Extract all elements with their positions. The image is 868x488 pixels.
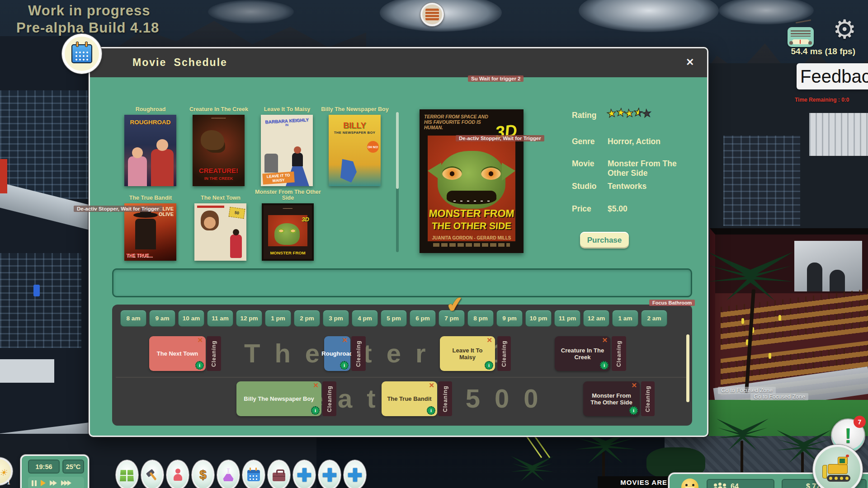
poster-title-line2: THE OTHER SIDE	[420, 221, 524, 231]
hour-button[interactable]: 2 am	[641, 310, 667, 327]
movie-label: Movie	[572, 159, 594, 169]
toolbar-staff-button[interactable]	[166, 460, 189, 488]
schedule-block[interactable]: Monster From The Other Side	[583, 381, 640, 416]
hour-button[interactable]: 4 pm	[352, 310, 378, 327]
poster-monster-face	[274, 223, 300, 245]
info-icon[interactable]	[427, 406, 435, 415]
building-windows	[0, 253, 81, 348]
info-icon[interactable]	[600, 361, 609, 370]
radio-knob	[808, 41, 812, 45]
info-icon[interactable]	[311, 406, 320, 415]
toolbar-zones-button[interactable]	[116, 460, 138, 488]
toolbar-add-button[interactable]	[293, 460, 316, 488]
trigger-status-label: De-activ Stopper, Wait for Trigger	[456, 135, 544, 141]
schedule-calendar-badge	[62, 34, 102, 74]
schedule-block[interactable]: Roughroad	[324, 336, 350, 371]
cleaning-slot: Cleaning	[497, 336, 511, 371]
toolbar-management-button[interactable]	[268, 460, 290, 488]
hour-button[interactable]: 9 pm	[496, 310, 523, 327]
poster-figure	[264, 154, 278, 173]
timeline-scrollbar[interactable]	[686, 334, 689, 402]
schedule-block[interactable]: Leave It To Maisy	[440, 336, 495, 371]
poster-art-subtitle: THE TRUE...	[126, 253, 152, 258]
guest-count-value: 64	[731, 483, 739, 488]
poster-burst-badge: OH NO!	[367, 141, 379, 153]
info-icon[interactable]	[195, 361, 204, 370]
poster-thumb-bandit[interactable]: CLIVEOLIVE THE TRUE...	[124, 203, 176, 261]
poster-figure	[339, 159, 357, 183]
monster-face	[438, 151, 505, 209]
poster-thumb-creature[interactable]: ▪▪▪▪▪▪▪▪▪▪▪▪▪▪▪▪▪▪ CREATURE! IN THE CREE…	[193, 115, 245, 186]
hour-button[interactable]: 2 pm	[294, 310, 320, 327]
hour-button[interactable]: 12 am	[583, 310, 609, 327]
hour-button[interactable]: 8 am	[120, 310, 146, 327]
poster-coupon: 50	[229, 207, 245, 219]
feedback-button[interactable]: Feedback	[797, 63, 868, 89]
remove-icon[interactable]	[486, 337, 492, 343]
focus-bathroom-label: Focus Bathroom	[649, 300, 695, 306]
poster-list-scrollbar[interactable]	[396, 112, 399, 252]
remove-icon[interactable]	[631, 382, 637, 389]
hour-button[interactable]: 1 am	[612, 310, 638, 327]
day-number: 1	[7, 480, 10, 485]
poster-thumb-maisy[interactable]: BARBARA KEIGHLY IN LEAVE IT TO MAISY	[261, 115, 313, 186]
selected-hour-checkmark: ✔	[444, 291, 465, 318]
plus-icon	[323, 468, 336, 482]
hour-button[interactable]: 8 pm	[467, 310, 494, 327]
info-icon[interactable]	[629, 406, 638, 415]
toolbar-schedule-button[interactable]	[242, 460, 265, 488]
fps-counter: 54.4 ms (18 fps)	[791, 47, 855, 56]
remove-icon[interactable]	[197, 337, 203, 343]
radio-button[interactable]	[788, 27, 814, 47]
schedule-block-label: Leave It To Maisy	[445, 347, 490, 361]
info-icon[interactable]	[485, 361, 493, 370]
rating-stars: ★★★★★	[607, 107, 651, 120]
cleaning-slot: Cleaning	[207, 336, 221, 371]
hour-button[interactable]: 6 pm	[410, 310, 436, 327]
remove-icon[interactable]	[429, 382, 434, 389]
toolbar-build-button[interactable]	[141, 460, 164, 488]
poster-thumb-billy[interactable]: BILLY THE NEWSPAPER BOY OH NO!	[329, 115, 381, 186]
toolbar-research-button[interactable]	[217, 460, 240, 488]
poster-thumb-roughroad[interactable]: ROUGHROAD	[124, 115, 176, 186]
hour-button[interactable]: 5 pm	[381, 310, 407, 327]
cloud	[208, 0, 294, 23]
schedule-block[interactable]: The Next Town	[149, 336, 206, 371]
remove-icon[interactable]	[602, 337, 608, 343]
hour-button[interactable]: 12 pm	[236, 310, 262, 327]
pause-button[interactable]	[32, 480, 37, 486]
wall-tool-button[interactable]	[420, 3, 444, 26]
remove-icon[interactable]	[313, 382, 319, 389]
hour-button[interactable]: 1 pm	[265, 310, 291, 327]
hour-button[interactable]: 9 am	[149, 310, 175, 327]
fast-forward-button[interactable]	[50, 480, 57, 486]
building-windows	[723, 136, 800, 226]
remove-icon[interactable]	[342, 337, 348, 343]
schedule-block[interactable]: Billy The Newspaper Boy	[236, 381, 321, 416]
poster-caption: Leave It To Maisy	[253, 94, 321, 113]
toolbar-add-button[interactable]	[344, 460, 366, 488]
toolbar-finance-button[interactable]: $	[192, 460, 214, 488]
poster-figure	[230, 235, 242, 258]
cleaning-slot: Cleaning	[438, 381, 452, 416]
play-button[interactable]	[41, 480, 46, 486]
schedule-block[interactable]: Creature In The Creek	[555, 336, 610, 371]
close-icon[interactable]: ✕	[686, 56, 694, 68]
toolbar-add-button[interactable]	[318, 460, 341, 488]
hour-button[interactable]: 10 am	[178, 310, 204, 327]
poster-figure	[294, 146, 301, 154]
hour-button[interactable]: 10 pm	[525, 310, 552, 327]
info-icon[interactable]	[340, 361, 349, 370]
settings-gear-icon[interactable]: ⚙	[833, 16, 856, 42]
purchase-button[interactable]: Purchase	[580, 232, 629, 249]
hour-button[interactable]: 3 pm	[323, 310, 349, 327]
hour-button[interactable]: 11 pm	[554, 310, 580, 327]
fastest-forward-button[interactable]	[61, 480, 71, 486]
poster-thumb-monster[interactable]: ▪▪▪▪▪▪▪▪▪▪▪▪ 3D MONSTER FROM	[262, 203, 314, 261]
poster-thumb-nexttown[interactable]: 50	[194, 203, 246, 261]
schedule-name-bar[interactable]	[112, 268, 692, 297]
dialog-title: Movie Schedule	[132, 56, 227, 69]
schedule-block[interactable]: The True Bandit	[382, 381, 437, 416]
cleaning-slot: Cleaning	[612, 336, 626, 371]
hour-button[interactable]: 11 am	[207, 310, 233, 327]
